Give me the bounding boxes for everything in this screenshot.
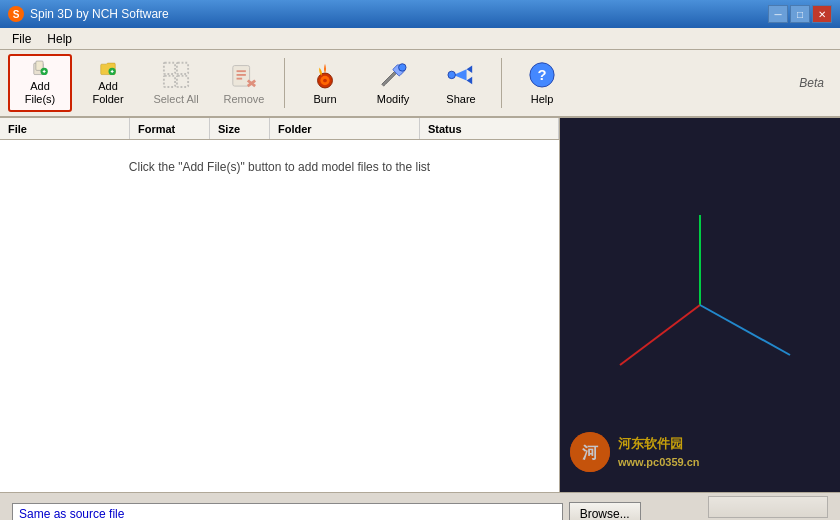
burn-label: Burn — [313, 93, 336, 106]
toolbar-separator-2 — [501, 58, 502, 108]
app-icon: S — [8, 6, 24, 22]
svg-text:?: ? — [537, 67, 546, 83]
add-files-label: Add File(s) — [14, 80, 66, 106]
share-button[interactable]: Share — [429, 54, 493, 112]
share-icon — [445, 60, 477, 90]
title-bar-text: Spin 3D by NCH Software — [30, 7, 169, 21]
svg-point-22 — [399, 64, 406, 71]
watermark-line1: 河东软件园 — [618, 434, 700, 454]
modify-label: Modify — [377, 93, 409, 106]
select-all-button[interactable]: Select All — [144, 54, 208, 112]
watermark-text: 河东软件园 www.pc0359.cn — [618, 434, 700, 470]
preview-panel: 河 河东软件园 www.pc0359.cn — [560, 118, 840, 492]
menu-bar: File Help — [0, 28, 840, 50]
remove-label: Remove — [224, 93, 265, 106]
output-left: Browse... Output Format: 3dp obj stl fbx… — [12, 502, 641, 521]
col-header-folder: Folder — [270, 118, 420, 139]
svg-rect-9 — [177, 63, 188, 74]
burn-button[interactable]: Burn — [293, 54, 357, 112]
title-bar-controls: ─ □ ✕ — [768, 5, 832, 23]
watermark-logo: 河 — [570, 432, 610, 472]
modify-button[interactable]: Modify — [361, 54, 425, 112]
toolbar: Add File(s) Add Folder Select All — [0, 50, 840, 118]
help-icon: ? — [526, 60, 558, 90]
svg-rect-7 — [112, 70, 113, 73]
beta-label: Beta — [799, 76, 832, 90]
share-label: Share — [446, 93, 475, 106]
add-files-icon — [24, 60, 56, 77]
select-all-icon — [160, 60, 192, 90]
help-label: Help — [531, 93, 554, 106]
col-header-file: File — [0, 118, 130, 139]
add-folder-label: Add Folder — [82, 80, 134, 106]
title-bar: S Spin 3D by NCH Software ─ □ ✕ — [0, 0, 840, 28]
select-all-label: Select All — [153, 93, 198, 106]
add-folder-button[interactable]: Add Folder — [76, 54, 140, 112]
file-panel-body: Click the "Add File(s)" button to add mo… — [0, 140, 559, 492]
col-header-size: Size — [210, 118, 270, 139]
remove-icon — [228, 60, 260, 90]
svg-point-20 — [323, 79, 327, 83]
svg-point-23 — [448, 71, 455, 78]
menu-file[interactable]: File — [4, 30, 39, 48]
watermark: 河 河东软件园 www.pc0359.cn — [570, 432, 700, 472]
file-panel-hint: Click the "Add File(s)" button to add mo… — [129, 160, 430, 174]
help-button[interactable]: ? Help — [510, 54, 574, 112]
svg-rect-4 — [44, 70, 45, 73]
col-header-status: Status — [420, 118, 559, 139]
scroll-up-button — [708, 496, 828, 518]
title-bar-left: S Spin 3D by NCH Software — [8, 6, 169, 22]
file-panel-header: File Format Size Folder Status — [0, 118, 559, 140]
toolbar-separator-1 — [284, 58, 285, 108]
minimize-button[interactable]: ─ — [768, 5, 788, 23]
remove-button[interactable]: Remove — [212, 54, 276, 112]
main-content: File Format Size Folder Status Click the… — [0, 118, 840, 492]
output-bar: Browse... Output Format: 3dp obj stl fbx… — [0, 492, 840, 520]
browse-button[interactable]: Browse... — [569, 502, 641, 521]
maximize-button[interactable]: □ — [790, 5, 810, 23]
path-row: Browse... — [12, 502, 641, 521]
add-folder-icon — [92, 60, 124, 77]
modify-icon — [377, 60, 409, 90]
menu-help[interactable]: Help — [39, 30, 80, 48]
output-path-input[interactable] — [12, 503, 563, 521]
svg-rect-10 — [164, 76, 175, 87]
svg-rect-8 — [164, 63, 175, 74]
watermark-line2: www.pc0359.cn — [618, 454, 700, 471]
file-panel: File Format Size Folder Status Click the… — [0, 118, 560, 492]
burn-icon — [309, 60, 341, 90]
svg-text:河: 河 — [582, 444, 599, 461]
add-files-button[interactable]: Add File(s) — [8, 54, 72, 112]
col-header-format: Format — [130, 118, 210, 139]
svg-rect-11 — [177, 76, 188, 87]
close-button[interactable]: ✕ — [812, 5, 832, 23]
output-right: Open... Convert — [649, 496, 828, 521]
